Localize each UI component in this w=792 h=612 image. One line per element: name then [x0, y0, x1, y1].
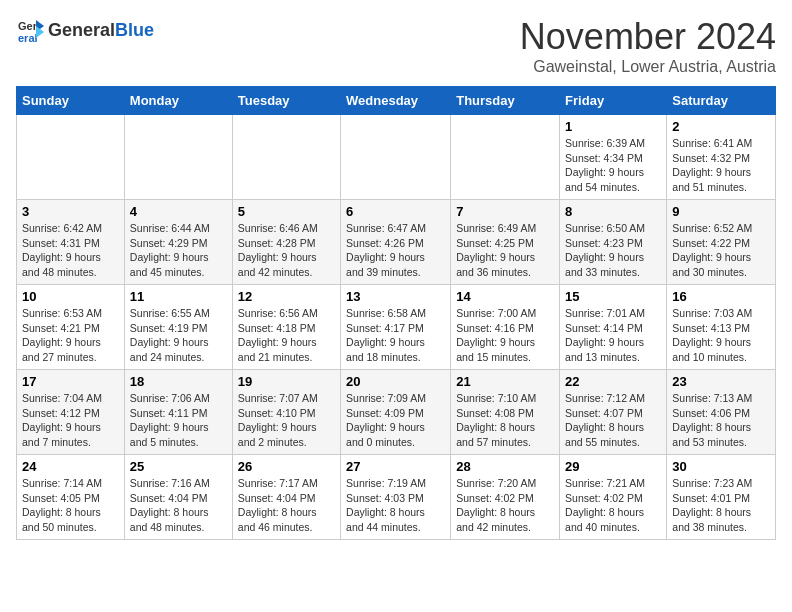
day-number: 12	[238, 289, 335, 304]
day-number: 15	[565, 289, 661, 304]
column-header-sunday: Sunday	[17, 87, 125, 115]
day-number: 11	[130, 289, 227, 304]
day-number: 1	[565, 119, 661, 134]
calendar-cell: 13Sunrise: 6:58 AM Sunset: 4:17 PM Dayli…	[341, 285, 451, 370]
day-number: 23	[672, 374, 770, 389]
day-number: 17	[22, 374, 119, 389]
calendar-cell: 8Sunrise: 6:50 AM Sunset: 4:23 PM Daylig…	[560, 200, 667, 285]
calendar-cell: 7Sunrise: 6:49 AM Sunset: 4:25 PM Daylig…	[451, 200, 560, 285]
day-number: 14	[456, 289, 554, 304]
day-number: 10	[22, 289, 119, 304]
calendar-cell: 1Sunrise: 6:39 AM Sunset: 4:34 PM Daylig…	[560, 115, 667, 200]
day-number: 4	[130, 204, 227, 219]
calendar-cell	[341, 115, 451, 200]
day-number: 30	[672, 459, 770, 474]
calendar-cell: 3Sunrise: 6:42 AM Sunset: 4:31 PM Daylig…	[17, 200, 125, 285]
calendar-cell: 26Sunrise: 7:17 AM Sunset: 4:04 PM Dayli…	[232, 455, 340, 540]
calendar-cell: 9Sunrise: 6:52 AM Sunset: 4:22 PM Daylig…	[667, 200, 776, 285]
day-number: 9	[672, 204, 770, 219]
day-info: Sunrise: 6:44 AM Sunset: 4:29 PM Dayligh…	[130, 221, 227, 280]
calendar-cell: 30Sunrise: 7:23 AM Sunset: 4:01 PM Dayli…	[667, 455, 776, 540]
day-number: 20	[346, 374, 445, 389]
day-number: 25	[130, 459, 227, 474]
day-info: Sunrise: 6:55 AM Sunset: 4:19 PM Dayligh…	[130, 306, 227, 365]
column-header-friday: Friday	[560, 87, 667, 115]
logo: Gen eral GeneralBlue	[16, 16, 154, 44]
calendar-cell: 4Sunrise: 6:44 AM Sunset: 4:29 PM Daylig…	[124, 200, 232, 285]
day-info: Sunrise: 7:00 AM Sunset: 4:16 PM Dayligh…	[456, 306, 554, 365]
calendar-week-row: 10Sunrise: 6:53 AM Sunset: 4:21 PM Dayli…	[17, 285, 776, 370]
day-info: Sunrise: 7:06 AM Sunset: 4:11 PM Dayligh…	[130, 391, 227, 450]
day-info: Sunrise: 7:07 AM Sunset: 4:10 PM Dayligh…	[238, 391, 335, 450]
calendar-cell: 16Sunrise: 7:03 AM Sunset: 4:13 PM Dayli…	[667, 285, 776, 370]
day-info: Sunrise: 7:03 AM Sunset: 4:13 PM Dayligh…	[672, 306, 770, 365]
calendar-cell: 17Sunrise: 7:04 AM Sunset: 4:12 PM Dayli…	[17, 370, 125, 455]
day-info: Sunrise: 6:50 AM Sunset: 4:23 PM Dayligh…	[565, 221, 661, 280]
day-info: Sunrise: 6:46 AM Sunset: 4:28 PM Dayligh…	[238, 221, 335, 280]
calendar-cell	[232, 115, 340, 200]
day-info: Sunrise: 7:21 AM Sunset: 4:02 PM Dayligh…	[565, 476, 661, 535]
title-area: November 2024 Gaweinstal, Lower Austria,…	[520, 16, 776, 76]
day-number: 26	[238, 459, 335, 474]
calendar-week-row: 17Sunrise: 7:04 AM Sunset: 4:12 PM Dayli…	[17, 370, 776, 455]
day-info: Sunrise: 7:14 AM Sunset: 4:05 PM Dayligh…	[22, 476, 119, 535]
calendar-cell	[17, 115, 125, 200]
calendar-cell: 2Sunrise: 6:41 AM Sunset: 4:32 PM Daylig…	[667, 115, 776, 200]
day-info: Sunrise: 7:20 AM Sunset: 4:02 PM Dayligh…	[456, 476, 554, 535]
day-number: 21	[456, 374, 554, 389]
day-info: Sunrise: 7:23 AM Sunset: 4:01 PM Dayligh…	[672, 476, 770, 535]
calendar-cell: 12Sunrise: 6:56 AM Sunset: 4:18 PM Dayli…	[232, 285, 340, 370]
calendar-cell: 29Sunrise: 7:21 AM Sunset: 4:02 PM Dayli…	[560, 455, 667, 540]
day-number: 6	[346, 204, 445, 219]
calendar-cell: 27Sunrise: 7:19 AM Sunset: 4:03 PM Dayli…	[341, 455, 451, 540]
calendar-cell: 14Sunrise: 7:00 AM Sunset: 4:16 PM Dayli…	[451, 285, 560, 370]
svg-text:eral: eral	[18, 32, 38, 44]
logo-icon: Gen eral	[16, 16, 44, 44]
day-info: Sunrise: 7:16 AM Sunset: 4:04 PM Dayligh…	[130, 476, 227, 535]
day-info: Sunrise: 6:58 AM Sunset: 4:17 PM Dayligh…	[346, 306, 445, 365]
day-info: Sunrise: 7:13 AM Sunset: 4:06 PM Dayligh…	[672, 391, 770, 450]
column-header-monday: Monday	[124, 87, 232, 115]
day-info: Sunrise: 7:12 AM Sunset: 4:07 PM Dayligh…	[565, 391, 661, 450]
calendar-cell: 5Sunrise: 6:46 AM Sunset: 4:28 PM Daylig…	[232, 200, 340, 285]
day-info: Sunrise: 7:09 AM Sunset: 4:09 PM Dayligh…	[346, 391, 445, 450]
column-header-wednesday: Wednesday	[341, 87, 451, 115]
day-info: Sunrise: 6:42 AM Sunset: 4:31 PM Dayligh…	[22, 221, 119, 280]
day-info: Sunrise: 6:41 AM Sunset: 4:32 PM Dayligh…	[672, 136, 770, 195]
day-info: Sunrise: 7:01 AM Sunset: 4:14 PM Dayligh…	[565, 306, 661, 365]
day-number: 22	[565, 374, 661, 389]
day-number: 5	[238, 204, 335, 219]
day-info: Sunrise: 7:19 AM Sunset: 4:03 PM Dayligh…	[346, 476, 445, 535]
calendar-cell: 15Sunrise: 7:01 AM Sunset: 4:14 PM Dayli…	[560, 285, 667, 370]
day-info: Sunrise: 6:52 AM Sunset: 4:22 PM Dayligh…	[672, 221, 770, 280]
location-subtitle: Gaweinstal, Lower Austria, Austria	[520, 58, 776, 76]
calendar-cell: 6Sunrise: 6:47 AM Sunset: 4:26 PM Daylig…	[341, 200, 451, 285]
calendar-cell: 21Sunrise: 7:10 AM Sunset: 4:08 PM Dayli…	[451, 370, 560, 455]
day-info: Sunrise: 6:47 AM Sunset: 4:26 PM Dayligh…	[346, 221, 445, 280]
calendar-table: SundayMondayTuesdayWednesdayThursdayFrid…	[16, 86, 776, 540]
day-info: Sunrise: 7:10 AM Sunset: 4:08 PM Dayligh…	[456, 391, 554, 450]
day-info: Sunrise: 6:49 AM Sunset: 4:25 PM Dayligh…	[456, 221, 554, 280]
day-info: Sunrise: 6:53 AM Sunset: 4:21 PM Dayligh…	[22, 306, 119, 365]
day-info: Sunrise: 7:04 AM Sunset: 4:12 PM Dayligh…	[22, 391, 119, 450]
day-number: 27	[346, 459, 445, 474]
day-number: 2	[672, 119, 770, 134]
month-year-title: November 2024	[520, 16, 776, 58]
day-number: 29	[565, 459, 661, 474]
logo-general-text: General	[48, 20, 115, 40]
column-header-tuesday: Tuesday	[232, 87, 340, 115]
calendar-cell: 23Sunrise: 7:13 AM Sunset: 4:06 PM Dayli…	[667, 370, 776, 455]
calendar-week-row: 1Sunrise: 6:39 AM Sunset: 4:34 PM Daylig…	[17, 115, 776, 200]
calendar-cell: 10Sunrise: 6:53 AM Sunset: 4:21 PM Dayli…	[17, 285, 125, 370]
day-number: 3	[22, 204, 119, 219]
day-number: 7	[456, 204, 554, 219]
day-info: Sunrise: 6:56 AM Sunset: 4:18 PM Dayligh…	[238, 306, 335, 365]
calendar-cell: 11Sunrise: 6:55 AM Sunset: 4:19 PM Dayli…	[124, 285, 232, 370]
calendar-header-row: SundayMondayTuesdayWednesdayThursdayFrid…	[17, 87, 776, 115]
day-number: 8	[565, 204, 661, 219]
day-info: Sunrise: 7:17 AM Sunset: 4:04 PM Dayligh…	[238, 476, 335, 535]
day-info: Sunrise: 6:39 AM Sunset: 4:34 PM Dayligh…	[565, 136, 661, 195]
column-header-thursday: Thursday	[451, 87, 560, 115]
day-number: 28	[456, 459, 554, 474]
calendar-cell: 28Sunrise: 7:20 AM Sunset: 4:02 PM Dayli…	[451, 455, 560, 540]
